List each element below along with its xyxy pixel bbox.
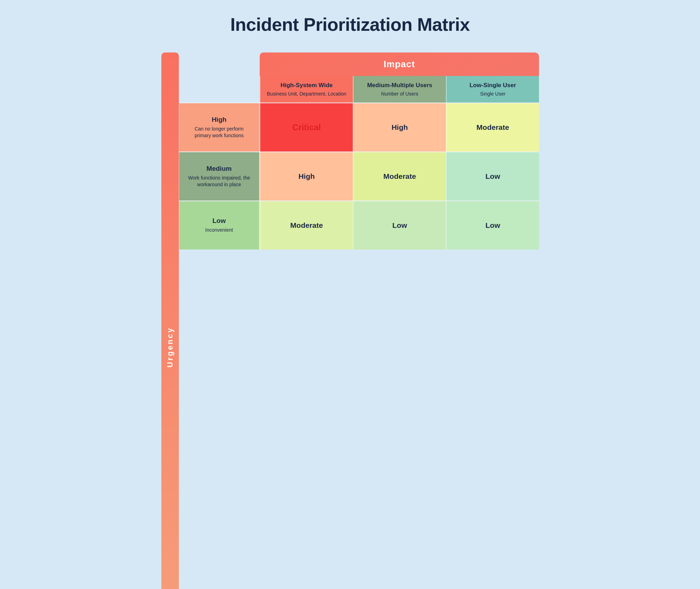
row-high-urgency: High Can no longer perform primary work … (179, 103, 539, 152)
cell-high-2-text: High (299, 172, 315, 181)
urgency-high-desc: Can no longer perform primary work funct… (186, 126, 252, 139)
cell-high-1-text: High (392, 123, 408, 132)
urgency-cell-low: Low Inconvenient (179, 201, 260, 250)
col-header-medium: Medium-Multiple Users Number of Users (353, 76, 446, 103)
urgency-label-container: Urgency (161, 52, 179, 589)
cell-critical-text: Critical (292, 122, 321, 132)
row-low-urgency: Low Inconvenient Moderate Low Low (179, 201, 539, 250)
row-medium-urgency: Medium Work functions impaired, the work… (179, 152, 539, 201)
cell-low-1-text: Low (485, 172, 500, 181)
col-header-high: High-System Wide Business Unit, Departme… (260, 76, 353, 103)
page-title: Incident Prioritization Matrix (230, 14, 470, 35)
col-low-subtitle: Single User (451, 91, 534, 97)
urgency-high-label: High (212, 116, 226, 124)
urgency-cell-medium: Medium Work functions impaired, the work… (179, 152, 260, 201)
cell-low-3-text: Low (485, 221, 500, 230)
urgency-cell-high: High Can no longer perform primary work … (179, 103, 260, 152)
cell-moderate-1: Moderate (446, 103, 539, 152)
matrix: Urgency Impact High-System Wide Business… (161, 52, 539, 589)
impact-banner: Impact (260, 52, 539, 76)
cell-moderate-2-text: Moderate (383, 172, 416, 181)
col-medium-subtitle: Number of Users (358, 91, 441, 97)
cell-high-2: High (260, 152, 353, 201)
col-label-spacer (179, 76, 260, 103)
subheader-row: High-System Wide Business Unit, Departme… (179, 76, 539, 103)
cell-moderate-3-text: Moderate (290, 221, 323, 230)
col-header-low: Low-Single User Single User (446, 76, 539, 103)
urgency-low-label: Low (212, 217, 226, 225)
col-medium-title: Medium-Multiple Users (358, 82, 441, 89)
urgency-label: Urgency (161, 52, 179, 589)
cell-low-2: Low (353, 201, 446, 250)
cell-low-1: Low (446, 152, 539, 201)
urgency-medium-desc: Work functions impaired, the workaround … (186, 175, 252, 188)
cell-critical: Critical (260, 103, 353, 152)
impact-row: Impact (179, 52, 539, 76)
cell-low-3: Low (446, 201, 539, 250)
cell-high-1: High (353, 103, 446, 152)
col-high-title: High-System Wide (265, 82, 348, 89)
urgency-medium-label: Medium (206, 165, 232, 173)
cell-low-2-text: Low (392, 221, 407, 230)
cell-moderate-2: Moderate (353, 152, 446, 201)
urgency-low-desc: Inconvenient (205, 227, 233, 234)
col-high-subtitle: Business Unit, Department, Location (265, 91, 348, 97)
matrix-content: Impact High-System Wide Business Unit, D… (179, 52, 539, 589)
impact-spacer (179, 52, 260, 76)
cell-moderate-1-text: Moderate (476, 123, 509, 132)
cell-moderate-3: Moderate (260, 201, 353, 250)
col-low-title: Low-Single User (451, 82, 534, 89)
